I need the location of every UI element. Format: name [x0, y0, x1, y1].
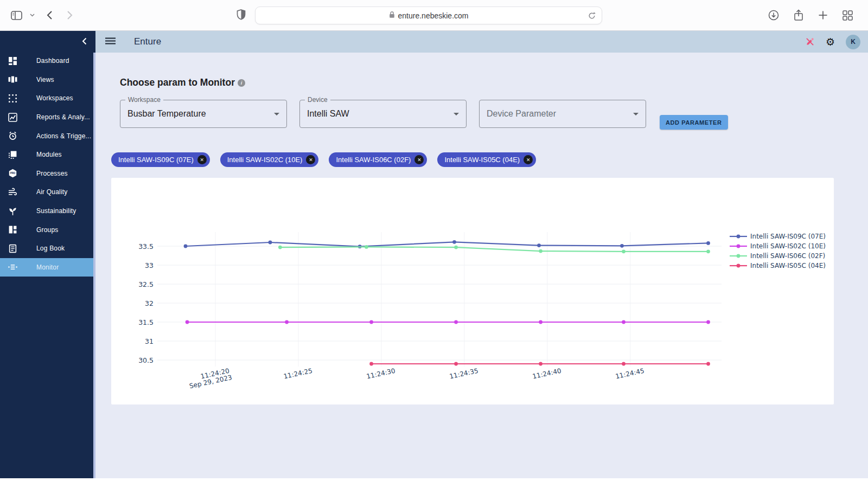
sidebar-item-views[interactable]: Views [0, 70, 93, 89]
sidebar-item-sustainability[interactable]: Sustainability [0, 202, 93, 221]
new-tab-icon[interactable] [818, 10, 828, 20]
edit-off-icon[interactable] [805, 37, 815, 47]
app-bar: Enture ⚙ K [95, 31, 868, 53]
parameter-chip[interactable]: Intelli SAW-IS09C (07E)✕ [111, 152, 210, 167]
series-intelli-saw-is02c-10e- [186, 320, 710, 324]
workspaces-icon [8, 93, 18, 103]
monitor-page: Choose param to Monitor i Workspace Busb… [95, 53, 868, 478]
browser-toolbar: enture.nebeskie.com [0, 0, 868, 31]
sidebar-item-label: Workspaces [36, 94, 73, 102]
svg-text:11:24:35: 11:24:35 [449, 367, 479, 381]
parameter-chip[interactable]: Intelli SAW-IS05C (04E)✕ [437, 152, 536, 167]
chart-card: 33.53332.53231.53130.511:24:2011:24:2511… [111, 178, 834, 404]
lock-icon [389, 11, 395, 21]
parameter-chip[interactable]: Intelli SAW-IS06C (02F)✕ [329, 152, 427, 167]
sidebar-item-groups[interactable]: Groups [0, 220, 93, 239]
sidebar-item-label: Log Book [36, 245, 65, 252]
workspace-select[interactable]: Workspace Busbar Temperature [120, 100, 287, 128]
app-title: Enture [134, 36, 161, 47]
share-icon[interactable] [794, 9, 803, 21]
legend-item[interactable]: Intelli SAW-IS02C (10E) [730, 242, 826, 250]
sidebar-item-label: Monitor [36, 264, 59, 271]
chip-remove-icon[interactable]: ✕ [524, 155, 533, 164]
processes-icon: PRO [8, 169, 18, 178]
parameter-chip-label: Intelli SAW-IS05C (04E) [444, 156, 520, 164]
sidebar-item-air-quality[interactable]: Air Quality [0, 183, 93, 202]
svg-text:31.5: 31.5 [138, 318, 154, 326]
device-select-value: Intelli SAW [307, 109, 349, 119]
sustainability-icon [8, 206, 18, 216]
sidebar-toggle-icon[interactable] [11, 11, 22, 20]
downloads-icon[interactable] [768, 10, 779, 21]
sidebar-item-label: Processes [36, 170, 68, 177]
chip-remove-icon[interactable]: ✕ [414, 155, 424, 164]
tab-overview-icon[interactable] [843, 10, 853, 21]
sidebar-item-label: Actions & Trigge... [36, 132, 91, 140]
svg-text:33: 33 [145, 261, 154, 269]
sidebar-item-log-book[interactable]: Log Book [0, 239, 93, 258]
svg-text:11:24:40: 11:24:40 [532, 367, 562, 381]
sidebar-item-modules[interactable]: Modules [0, 145, 93, 164]
y-axis-labels: 33.53332.53231.53130.5 [138, 242, 154, 364]
toolbar-chevron-down-icon[interactable] [30, 14, 35, 17]
url-text: enture.nebeskie.com [398, 11, 469, 20]
forward-button[interactable] [67, 10, 73, 20]
actions-icon [8, 131, 18, 141]
dropdown-arrow-icon [454, 113, 459, 115]
sidebar-item-workspaces[interactable]: Workspaces [0, 89, 93, 108]
sidebar-item-label: Air Quality [36, 188, 68, 196]
sidebar-item-dashboard[interactable]: Dashboard [0, 52, 93, 70]
privacy-shield-icon[interactable] [237, 9, 246, 23]
legend-item[interactable]: Intelli SAW-IS05C (04E) [730, 262, 826, 269]
parameter-chips: Intelli SAW-IS09C (07E)✕Intelli SAW-IS02… [111, 152, 868, 167]
sidebar-item-label: Sustainability [36, 207, 76, 215]
sidebar-item-actions-trigge[interactable]: Actions & Trigge... [0, 126, 93, 145]
monitor-icon [8, 262, 18, 272]
legend-item[interactable]: Intelli SAW-IS06C (02F) [730, 252, 825, 260]
svg-text:11:24:25: 11:24:25 [283, 367, 313, 381]
info-icon[interactable]: i [238, 79, 245, 87]
page-title: Choose param to Monitor [120, 77, 235, 88]
sidebar-item-monitor[interactable]: Monitor [0, 258, 93, 277]
sidebar-item-reports-analy[interactable]: Reports & Analy... [0, 108, 93, 127]
parameter-chip[interactable]: Intelli SAW-IS02C (10E)✕ [220, 152, 319, 167]
add-parameter-button[interactable]: ADD PARAMETER [660, 115, 728, 130]
sidebar-nav: DashboardViewsWorkspacesReports & Analy.… [0, 52, 93, 277]
svg-text:31: 31 [145, 337, 154, 345]
sidebar-collapse-icon[interactable] [82, 37, 87, 45]
chart-legend: Intelli SAW-IS09C (07E)Intelli SAW-IS02C… [730, 233, 826, 269]
sidebar: DashboardViewsWorkspacesReports & Analy.… [0, 31, 93, 478]
x-axis-labels: 11:24:2011:24:2511:24:3011:24:3511:24:40… [189, 367, 645, 390]
user-avatar[interactable]: K [846, 35, 860, 49]
device-select-label: Device [305, 96, 330, 104]
legend-item[interactable]: Intelli SAW-IS09C (07E) [730, 233, 826, 240]
svg-text:Intelli SAW-IS05C (04E): Intelli SAW-IS05C (04E) [750, 262, 826, 269]
dropdown-arrow-icon [274, 113, 279, 115]
reload-icon[interactable] [588, 11, 596, 22]
back-button[interactable] [47, 10, 53, 20]
svg-text:32: 32 [145, 299, 154, 307]
dashboard-icon [8, 56, 18, 66]
chip-remove-icon[interactable]: ✕ [306, 155, 315, 164]
sidebar-item-label: Dashboard [36, 57, 69, 65]
chip-remove-icon[interactable]: ✕ [197, 155, 207, 164]
device-select[interactable]: Device Intelli SAW [299, 100, 467, 128]
device-parameter-placeholder: Device Parameter [487, 109, 556, 119]
svg-text:11:24:45: 11:24:45 [615, 367, 645, 381]
svg-text:32.5: 32.5 [138, 280, 154, 288]
parameter-chip-label: Intelli SAW-IS06C (02F) [336, 156, 411, 164]
modules-icon [8, 150, 18, 159]
air-quality-icon [8, 187, 18, 197]
dropdown-arrow-icon [633, 113, 639, 115]
monitor-chart[interactable]: 33.53332.53231.53130.511:24:2011:24:2511… [111, 178, 834, 404]
groups-icon [8, 225, 18, 235]
sidebar-item-processes[interactable]: PROProcesses [0, 164, 93, 183]
log-book-icon [8, 243, 18, 253]
settings-gear-icon[interactable]: ⚙ [826, 37, 835, 47]
hamburger-menu-icon[interactable] [103, 35, 118, 48]
address-bar[interactable]: enture.nebeskie.com [255, 7, 602, 24]
device-parameter-select[interactable]: Device Parameter [479, 100, 646, 128]
workspace-select-value: Busbar Temperature [127, 109, 206, 119]
svg-text:33.5: 33.5 [138, 242, 154, 251]
svg-text:Intelli SAW-IS09C (07E): Intelli SAW-IS09C (07E) [750, 233, 826, 240]
